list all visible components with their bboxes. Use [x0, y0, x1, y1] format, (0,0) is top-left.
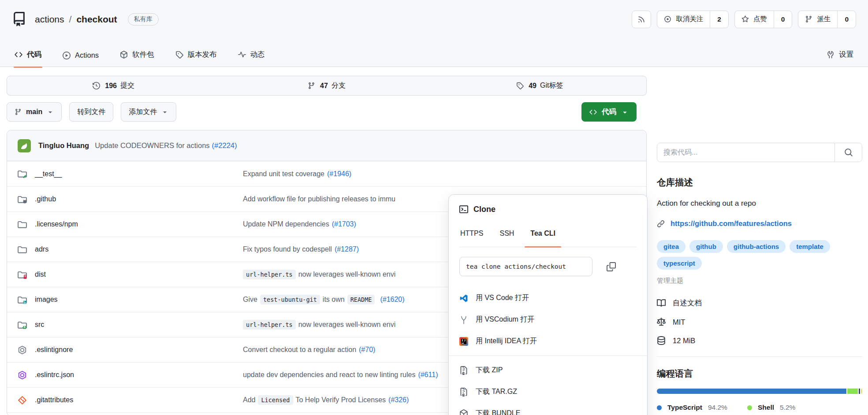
- menu-item[interactable]: 用 VS Code 打开: [459, 287, 637, 309]
- language-percent: 5.2%: [780, 404, 795, 411]
- clone-command-row: [459, 257, 637, 276]
- tab-代码[interactable]: 代码: [14, 50, 42, 67]
- clone-panel-title: Clone: [459, 204, 637, 215]
- search-button[interactable]: [834, 143, 862, 162]
- file-name-cell: .eslintignore: [7, 345, 243, 355]
- menu-item[interactable]: 下载 BUNDLE: [459, 403, 637, 415]
- code-icon: [589, 108, 597, 116]
- rss-button[interactable]: [632, 11, 651, 28]
- star-button[interactable]: 点赞 0: [734, 11, 793, 28]
- topic-github[interactable]: github: [689, 240, 723, 253]
- file-link[interactable]: .gitattributes: [35, 396, 73, 404]
- language-legend-shell[interactable]: Shell5.2%: [747, 404, 862, 411]
- fork-button[interactable]: 派生 0: [798, 11, 856, 28]
- eslint-purple-icon: [18, 371, 27, 380]
- code-dropdown-button[interactable]: 代码: [581, 102, 637, 122]
- repo-name-link[interactable]: checkout: [76, 14, 117, 25]
- clone-tab-ssh[interactable]: SSH: [499, 228, 515, 247]
- tab-label: Actions: [75, 51, 99, 59]
- intellij-icon: [459, 337, 468, 346]
- visibility-badge: 私有库: [128, 13, 159, 26]
- language-legend: TypeScript94.2%Shell5.2%Dockerfile0.3%Ja…: [657, 404, 862, 415]
- star-count[interactable]: 0: [774, 11, 792, 28]
- manage-topics-link[interactable]: 管理主题: [657, 277, 862, 285]
- file-link[interactable]: images: [35, 296, 58, 304]
- tab-settings[interactable]: 设置: [826, 50, 854, 67]
- clone-command-input[interactable]: [459, 257, 592, 276]
- add-file-button[interactable]: 添加文件: [121, 102, 176, 122]
- meta-item[interactable]: 自述文档: [657, 298, 862, 308]
- topic-gitea[interactable]: gitea: [657, 240, 685, 253]
- issue-link[interactable]: (#1946): [327, 170, 351, 178]
- menu-item[interactable]: 用 VSCodium 打开: [459, 309, 637, 330]
- tab-label: 软件包: [132, 50, 154, 59]
- topic-github-actions[interactable]: github-actions: [727, 240, 786, 253]
- code-chip: url-helper.ts: [243, 320, 296, 330]
- stat-Git标签[interactable]: 49Git标签: [433, 76, 646, 95]
- stat-value: 47: [320, 82, 328, 90]
- meta-item[interactable]: 12 MiB: [657, 336, 862, 345]
- topic-list: giteagithubgithub-actionstemplatetypescr…: [657, 240, 862, 270]
- tab-actions[interactable]: Actions: [62, 51, 100, 67]
- topic-typescript[interactable]: typescript: [657, 257, 702, 270]
- stat-value: 49: [529, 82, 536, 90]
- fork-count[interactable]: 0: [837, 11, 856, 28]
- folder-lock-icon: [18, 270, 27, 279]
- message-text: now leverages well-known envi: [298, 270, 396, 278]
- menu-item[interactable]: 下载 TAR.GZ: [459, 381, 637, 403]
- branch-selector[interactable]: main: [7, 102, 62, 122]
- watch-count[interactable]: 2: [710, 11, 728, 28]
- stat-提交[interactable]: 196提交: [7, 76, 220, 95]
- code-chip: test-ubuntu-git: [260, 295, 320, 304]
- sidebar-divider: [657, 356, 862, 357]
- copy-clone-command-button[interactable]: [602, 258, 620, 275]
- language-segment-shell: [847, 389, 858, 394]
- watch-button[interactable]: 取消关注 2: [657, 11, 729, 28]
- file-link[interactable]: adrs: [35, 245, 48, 253]
- file-link[interactable]: dist: [35, 270, 46, 278]
- file-link[interactable]: .licenses/npm: [35, 220, 78, 228]
- tab-软件包[interactable]: 软件包: [119, 50, 155, 67]
- language-legend-typescript[interactable]: TypeScript94.2%: [657, 404, 747, 411]
- latest-commit-row[interactable]: Tingluo Huang Update CODEOWNERS for acti…: [7, 130, 646, 161]
- file-link[interactable]: .eslintignore: [35, 346, 73, 354]
- stat-分支[interactable]: 47分支: [220, 76, 433, 95]
- clone-tab-https[interactable]: HTTPS: [459, 228, 484, 247]
- issue-link[interactable]: (#70): [359, 346, 375, 354]
- stat-label: Git标签: [540, 81, 563, 90]
- branch-icon: [308, 82, 315, 89]
- tab-动态[interactable]: 动态: [237, 50, 266, 67]
- language-color-dot: [747, 405, 752, 410]
- menu-item-label: 下载 TAR.GZ: [476, 387, 517, 396]
- menu-item[interactable]: 用 Intellij IDEA 打开: [459, 330, 637, 352]
- website-link[interactable]: https://github.com/features/actions: [671, 219, 792, 228]
- page-header: actions / checkout 私有库 取消关注 2 点赞 0: [0, 0, 868, 67]
- issue-link[interactable]: (#326): [388, 396, 409, 404]
- tab-版本发布[interactable]: 版本发布: [175, 50, 218, 67]
- file-link[interactable]: .eslintrc.json: [35, 371, 74, 379]
- issue-link[interactable]: (#2224): [212, 141, 237, 150]
- package-icon: [120, 51, 128, 59]
- file-link[interactable]: .github: [35, 195, 56, 203]
- chevron-down-icon: [47, 108, 54, 115]
- clone-tab-tea-cli[interactable]: Tea CLI: [529, 228, 556, 247]
- goto-file-button[interactable]: 转到文件: [69, 102, 113, 122]
- meta-item[interactable]: MIT: [657, 318, 862, 326]
- commit-author[interactable]: Tingluo Huang: [38, 141, 89, 150]
- repo-owner-link[interactable]: actions: [35, 14, 64, 25]
- copy-icon: [607, 262, 616, 271]
- file-link[interactable]: src: [35, 321, 44, 329]
- issue-link[interactable]: (#1703): [332, 220, 356, 228]
- code-chip: url-helper.ts: [243, 270, 296, 279]
- issue-link[interactable]: (#611): [418, 371, 438, 379]
- issue-link[interactable]: (#1620): [380, 296, 404, 304]
- file-link[interactable]: __test__: [35, 170, 62, 178]
- file-name-cell: adrs: [7, 245, 243, 254]
- menu-item[interactable]: 下载 ZIP: [459, 359, 637, 381]
- issue-link[interactable]: (#1287): [335, 245, 359, 253]
- law-icon: [657, 318, 666, 326]
- search-input[interactable]: [657, 143, 834, 162]
- description-title: 仓库描述: [657, 176, 862, 189]
- topic-template[interactable]: template: [790, 240, 830, 253]
- tag-icon: [175, 51, 183, 59]
